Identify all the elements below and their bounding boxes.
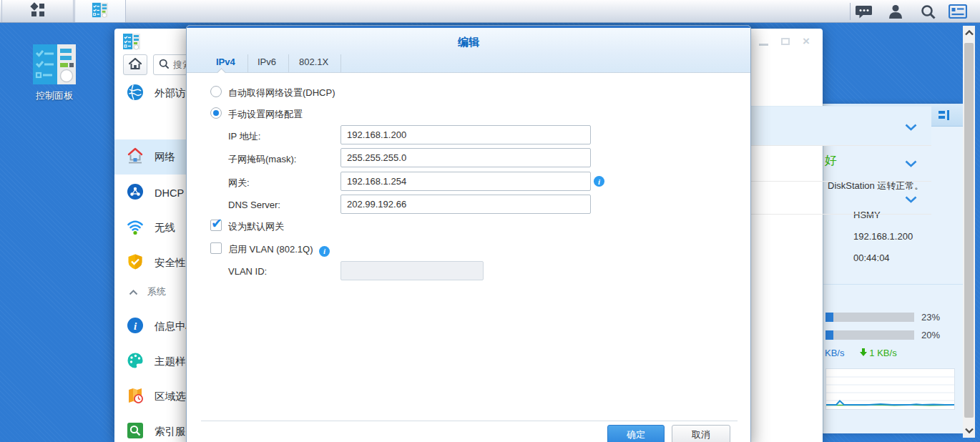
desktop-icon-label: 控制面板 [20,89,89,102]
scrollbar-down-icon[interactable] [963,423,975,438]
network-speeds: KB/s 1 KB/s [825,348,897,358]
index-search-icon [127,422,144,441]
taskbar-control-panel-button[interactable] [74,0,126,22]
desktop-icon-control-panel[interactable]: 控制面板 [20,44,89,100]
ip-address-input[interactable] [340,125,591,144]
home-icon [129,58,142,72]
chat-icon[interactable] [854,4,874,19]
default-gateway-label: 设为默认网关 [228,220,284,233]
ram-usage-label: 20% [921,330,940,340]
dialog-title: 编辑 [187,36,750,49]
chevron-down-icon[interactable] [905,195,917,205]
tab-8021x[interactable]: 802.1X [287,54,341,72]
sidebar-item-label: 网络 [155,150,175,164]
radio-manual[interactable] [210,107,222,119]
dialog-footer-divider [201,421,738,421]
download-arrow-icon [860,348,867,358]
widgets-icon[interactable] [948,4,968,19]
subnet-mask-input[interactable] [340,148,591,167]
ip-address-label: IP 地址: [228,130,260,143]
server-ip-value: 192.168.1.200 [853,231,913,242]
gateway-input[interactable] [340,172,591,191]
window-minimize-icon[interactable] [759,44,768,46]
chevron-up-icon [129,287,138,298]
sidebar-item-label: 无线 [155,221,175,235]
desktop: 好 DiskStation 运转正常。 HSMY 192.168.1.200 0… [0,0,980,442]
subnet-mask-label: 子网掩码(mask): [228,153,296,166]
info-icon[interactable]: i [594,176,604,187]
edit-dialog: 编辑 IPv4 IPv6 802.1X 自动取得网络设置(DHCP) 手动设置网… [186,25,751,442]
main-menu-button[interactable] [1,0,74,22]
chevron-down-icon[interactable] [905,122,917,133]
dhcp-icon [127,183,144,202]
shield-icon [127,253,144,272]
scrollbar-thumb[interactable] [964,43,974,418]
upload-speed-label: KB/s [825,348,844,358]
dns-server-input[interactable] [340,195,591,214]
globe-icon [127,84,144,103]
vlan-checkbox-label: 启用 VLAN (802.1Q) i [228,243,330,257]
tab-ipv6[interactable]: IPv6 [245,54,289,72]
cancel-button[interactable]: 取消 [672,425,730,442]
vlan-id-label: VLAN ID: [228,266,267,277]
widget-panel-icon[interactable] [939,110,950,122]
scrollbar[interactable] [963,26,975,438]
info-circle-icon: i [127,317,144,336]
uptime-value: 00:44:04 [853,252,890,263]
download-speed-label: 1 KB/s [869,348,896,358]
vlan-id-input [340,261,484,280]
palette-icon [127,352,144,371]
ok-button[interactable]: 确定 [607,425,665,442]
search-icon [159,59,170,72]
info-icon[interactable]: i [319,246,330,257]
user-icon[interactable] [886,4,906,19]
search-icon[interactable] [918,4,938,19]
chevron-down-icon[interactable] [905,159,917,170]
radio-dhcp-label: 自动取得网络设置(DHCP) [228,87,335,99]
sidebar-item-label: 安全性 [155,256,186,270]
network-traffic-chart [825,368,955,410]
sidebar-section-label: 系统 [147,285,166,298]
radio-dhcp[interactable] [210,86,222,97]
window-close-icon[interactable]: × [803,37,810,46]
control-panel-app-icon [31,76,77,87]
widget-divider [823,284,964,285]
regional-map-icon [127,387,144,406]
taskbar-divider [850,3,851,20]
cpu-usage-label: 23% [921,312,940,323]
control-panel-app-icon [123,32,140,53]
tab-ipv4[interactable]: IPv4 [204,54,248,72]
scrollbar-up-icon[interactable] [963,26,975,40]
vlan-checkbox[interactable]: ✔ [210,242,222,254]
window-controls: × [759,37,810,46]
cpu-usage-bar: 23% [825,313,914,322]
radio-manual-label: 手动设置网络配置 [228,108,303,121]
wifi-icon [127,218,144,237]
default-gateway-checkbox[interactable]: ✔ [210,220,222,231]
control-panel-app-icon [90,1,110,21]
gateway-label: 网关: [228,177,250,190]
home-button[interactable] [123,54,147,75]
taskbar [0,0,980,23]
network-home-icon [127,147,144,167]
dns-server-label: DNS Server: [228,200,280,210]
window-maximize-icon[interactable] [781,38,790,45]
ram-usage-bar: 20% [825,330,914,340]
main-menu-icon [30,2,46,20]
